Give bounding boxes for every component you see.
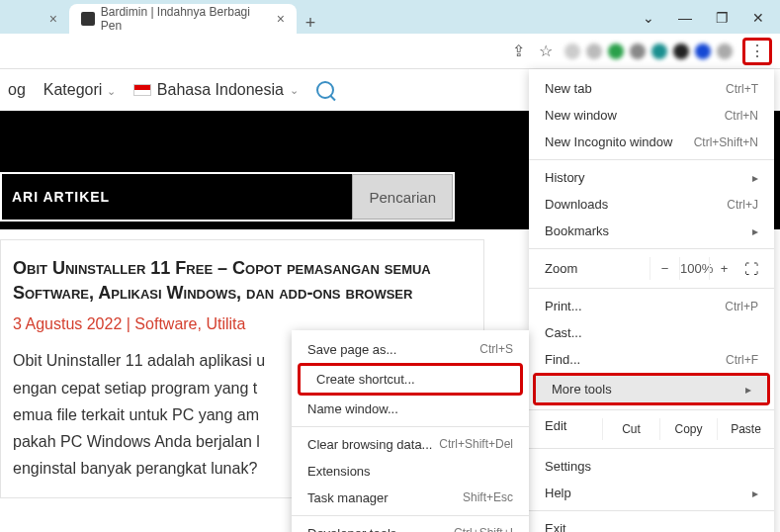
- menu-zoom: Zoom − 100% + ⛶: [529, 253, 774, 284]
- submenu-name-window[interactable]: Name window...: [292, 396, 529, 422]
- search-button[interactable]: Pencarian: [352, 174, 453, 220]
- new-tab-button[interactable]: +: [297, 13, 324, 34]
- close-icon[interactable]: ×: [49, 11, 57, 27]
- submenu-clear-browsing[interactable]: Clear browsing data...Ctrl+Shift+Del: [292, 431, 529, 458]
- menu-edit-row: Edit Cut Copy Paste: [529, 414, 774, 444]
- kebab-highlight: ⋮: [742, 38, 772, 65]
- tab-active[interactable]: Bardimin | Indahnya Berbagi Pen ×: [69, 4, 297, 34]
- arrow-right-icon: ▸: [752, 171, 758, 185]
- close-button[interactable]: ✕: [752, 10, 764, 26]
- menu-settings[interactable]: Settings: [529, 453, 774, 480]
- submenu-create-shortcut[interactable]: Create shortcut...: [301, 366, 520, 393]
- star-icon[interactable]: ☆: [537, 43, 555, 60]
- submenu-save-page[interactable]: Save page as...Ctrl+S: [292, 336, 529, 363]
- copy-button[interactable]: Copy: [659, 418, 717, 440]
- paste-button[interactable]: Paste: [717, 418, 774, 440]
- menu-more-tools[interactable]: More tools▸: [536, 376, 767, 402]
- menu-help[interactable]: Help▸: [529, 480, 774, 506]
- menu-cast[interactable]: Cast...: [529, 319, 774, 346]
- more-tools-highlight: More tools▸: [533, 373, 770, 405]
- fullscreen-icon[interactable]: ⛶: [738, 261, 764, 277]
- arrow-right-icon: ▸: [745, 383, 751, 397]
- menu-exit[interactable]: Exit: [529, 515, 774, 532]
- zoom-out-button[interactable]: −: [650, 257, 679, 280]
- menu-bookmarks[interactable]: Bookmarks▸: [529, 218, 774, 244]
- window-controls: ⌄ — ❐ ✕: [643, 10, 780, 34]
- more-icon[interactable]: ⋮: [749, 43, 765, 59]
- more-tools-submenu: Save page as...Ctrl+S Create shortcut...…: [292, 330, 529, 532]
- zoom-in-button[interactable]: +: [709, 257, 738, 280]
- nav-item-kategori[interactable]: Kategori ⌄: [43, 81, 116, 99]
- menu-downloads[interactable]: DownloadsCtrl+J: [529, 191, 774, 218]
- cut-button[interactable]: Cut: [602, 418, 659, 440]
- submenu-task-manager[interactable]: Task managerShift+Esc: [292, 485, 529, 511]
- extension-icons: [564, 44, 733, 59]
- menu-print[interactable]: Print...Ctrl+P: [529, 293, 774, 319]
- submenu-extensions[interactable]: Extensions: [292, 458, 529, 485]
- menu-new-incognito[interactable]: New Incognito windowCtrl+Shift+N: [529, 129, 774, 155]
- menu-new-tab[interactable]: New tabCtrl+T: [529, 75, 774, 102]
- submenu-dev-tools[interactable]: Developer toolsCtrl+Shift+I: [292, 520, 529, 532]
- chrome-menu: New tabCtrl+T New windowCtrl+N New Incog…: [529, 69, 774, 532]
- share-icon[interactable]: ⇪: [509, 43, 527, 60]
- chevron-down-icon[interactable]: ⌄: [643, 10, 654, 26]
- tab-title: Bardimin | Indahnya Berbagi Pen: [101, 5, 271, 33]
- zoom-value: 100%: [679, 257, 709, 280]
- menu-history[interactable]: History▸: [529, 164, 774, 191]
- flag-icon: [133, 84, 151, 96]
- maximize-button[interactable]: ❐: [716, 10, 729, 26]
- chevron-down-icon: ⌄: [107, 85, 116, 97]
- search-bar: ARI ARTIKEL Pencarian: [0, 172, 455, 222]
- favicon-icon: [81, 12, 95, 26]
- arrow-right-icon: ▸: [752, 224, 758, 238]
- minimize-button[interactable]: —: [678, 10, 692, 26]
- search-icon[interactable]: [316, 81, 334, 99]
- close-icon[interactable]: ×: [277, 11, 285, 27]
- toolbar: ⇪ ☆ ⋮: [0, 34, 780, 69]
- menu-find[interactable]: Find...Ctrl+F: [529, 346, 774, 373]
- titlebar: × Bardimin | Indahnya Berbagi Pen × + ⌄ …: [0, 0, 780, 34]
- menu-new-window[interactable]: New windowCtrl+N: [529, 102, 774, 129]
- chevron-down-icon: ⌄: [290, 84, 299, 97]
- nav-item[interactable]: og: [8, 81, 26, 99]
- search-label: ARI ARTIKEL: [2, 189, 352, 205]
- create-shortcut-highlight: Create shortcut...: [298, 363, 523, 396]
- arrow-right-icon: ▸: [752, 487, 758, 500]
- tab-inactive[interactable]: ×: [0, 4, 69, 34]
- article-title: Obit Uninstaller 11 Free – Copot pemasan…: [13, 256, 472, 306]
- nav-item-language[interactable]: Bahasa Indonesia ⌄: [133, 81, 299, 99]
